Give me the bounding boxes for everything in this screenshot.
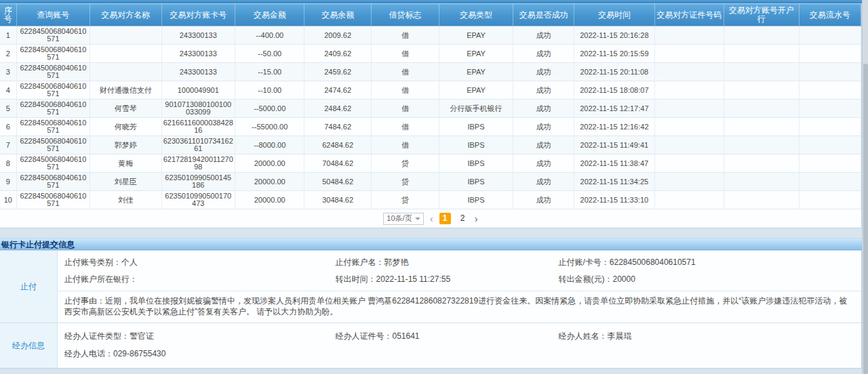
table-cell — [654, 191, 724, 209]
table-cell: 1 — [0, 26, 16, 45]
table-cell: 50484.62 — [304, 173, 371, 191]
chevron-down-icon — [415, 217, 420, 220]
table-cell: 4 — [0, 81, 16, 100]
table-cell — [90, 45, 161, 63]
table-cell: 黄梅 — [90, 154, 161, 173]
scrollbar-thumb[interactable] — [863, 64, 868, 374]
stop-payment-reason: 止付事由：近期，我单位在接报刘妮被骗警情中，发现涉案人员利用贵单位相关账户 曹鸿… — [58, 291, 861, 323]
table-cell — [654, 63, 724, 81]
table-cell: IBPS — [439, 136, 513, 154]
field-bank: 止付账户所在银行： — [64, 271, 336, 288]
table-cell: 5 — [0, 100, 16, 118]
table-cell: 243300133 — [161, 26, 235, 45]
table-cell: --15.00 — [235, 63, 304, 81]
table-row: 36228450068040610571243300133--15.002459… — [0, 63, 861, 81]
table-cell: 成功 — [513, 173, 574, 191]
column-header: 借贷标志 — [371, 4, 439, 26]
table-cell: 30484.62 — [304, 191, 371, 209]
table-cell: --50.00 — [235, 45, 304, 63]
table-cell: 9 — [0, 173, 16, 191]
table-cell: 2022-11-15 20:16:28 — [574, 26, 655, 45]
table-cell — [654, 26, 724, 45]
table-cell: 6217281942001127098 — [161, 154, 235, 173]
page-numbers: 12 — [439, 213, 469, 224]
table-cell: 6235010990500145186 — [161, 173, 235, 191]
vertical-scrollbar[interactable] — [862, 0, 868, 374]
table-cell: 8 — [0, 154, 16, 173]
page-size-select[interactable]: 10条/页 — [383, 213, 423, 225]
stop-payment-panel: 止付 止付账号类别：个人 止付账户名：郭梦艳 止付账/卡号：6228450068… — [0, 250, 862, 369]
table-cell: 何晓芳 — [90, 118, 161, 136]
table-cell: 243300133 — [161, 45, 235, 63]
table-cell — [724, 26, 799, 45]
table-cell: 借 — [371, 100, 439, 118]
table-cell: --8000.00 — [235, 136, 304, 154]
table-cell: 6228450068040610571 — [16, 26, 90, 45]
table-cell: 20000.00 — [235, 191, 304, 209]
table-cell: 6228450068040610571 — [16, 100, 90, 118]
table-cell: --5000.00 — [235, 100, 304, 118]
table-cell: 借 — [371, 26, 439, 45]
table-cell: 2009.62 — [304, 26, 371, 45]
column-header: 查询账号 — [16, 4, 90, 26]
table-row: 56228450068040610571何雪琴90107130801001000… — [0, 100, 861, 118]
table-cell — [724, 118, 799, 136]
table-cell: 借 — [371, 136, 439, 154]
table-cell: 成功 — [513, 191, 574, 209]
table-cell: 2022-11-15 11:49:41 — [574, 136, 655, 154]
table-cell: 成功 — [513, 45, 574, 63]
table-cell: 2022-11-15 12:16:42 — [574, 118, 655, 136]
page-size-label: 10条/页 — [387, 213, 412, 224]
table-cell: 6228450068040610571 — [16, 81, 90, 100]
table-cell — [799, 154, 861, 173]
field-card-number: 止付账/卡号：6228450068040610571 — [559, 254, 862, 271]
table-cell — [724, 100, 799, 118]
page-number-button[interactable]: 1 — [439, 213, 451, 224]
table-cell: 贷 — [371, 173, 439, 191]
next-page-icon[interactable]: › — [475, 213, 478, 224]
table-cell — [724, 45, 799, 63]
column-header: 序号 — [0, 4, 16, 26]
column-header: 交易对方名称 — [90, 4, 161, 26]
table-cell: IBPS — [439, 191, 513, 209]
stop-payment-row: 止付 止付账号类别：个人 止付账户名：郭梦艳 止付账/卡号：6228450068… — [0, 251, 861, 323]
table-cell — [799, 45, 861, 63]
column-header: 交易时间 — [574, 4, 655, 26]
field-transfer-time: 转出时间：2022-11-15 11:27:55 — [336, 271, 559, 288]
table-cell: 1000049901 — [161, 81, 235, 100]
page-number-button[interactable]: 2 — [457, 213, 469, 224]
table-cell: 成功 — [513, 63, 574, 81]
table-cell: 成功 — [513, 26, 574, 45]
table-cell — [654, 154, 724, 173]
field-agent-id-type: 经办人证件类型：警官证 — [64, 327, 336, 345]
field-transfer-amount: 转出金额(元)：20000 — [559, 271, 862, 288]
table-cell: 成功 — [513, 136, 574, 154]
table-row: 26228450068040610571243300133--50.002409… — [0, 45, 861, 63]
table-cell: 2022-11-15 20:11:08 — [574, 63, 655, 81]
table-cell: 2022-11-15 11:33:10 — [574, 191, 655, 209]
table-cell — [799, 191, 861, 209]
table-cell — [799, 26, 861, 45]
table-cell: 贷 — [371, 191, 439, 209]
table-cell — [799, 173, 861, 191]
table-cell: 6 — [0, 118, 16, 136]
table-cell: IBPS — [439, 118, 513, 136]
field-agent-name: 经办人姓名：李晨琨 — [559, 327, 862, 345]
table-cell: EPAY — [439, 63, 513, 81]
column-header: 交易对方证件号码 — [654, 4, 724, 26]
table-cell: 分行版手机银行 — [439, 100, 513, 118]
pagination-bar: 10条/页 ‹ 12 › — [0, 209, 861, 228]
table-cell: 成功 — [513, 100, 574, 118]
column-header: 交易类型 — [439, 4, 513, 26]
table-cell: 6228450068040610571 — [16, 136, 90, 154]
table-cell: 借 — [371, 81, 439, 100]
table-cell: IBPS — [439, 173, 513, 191]
column-header: 交易流水号 — [799, 4, 861, 26]
table-cell — [799, 136, 861, 154]
table-cell: 3 — [0, 63, 16, 81]
table-cell: IBPS — [439, 154, 513, 173]
table-row: 106228450068040610571刘佳62350109905001704… — [0, 191, 861, 209]
table-cell — [654, 136, 724, 154]
table-cell: 6235010990500170473 — [161, 191, 235, 209]
prev-page-icon[interactable]: ‹ — [430, 213, 433, 224]
